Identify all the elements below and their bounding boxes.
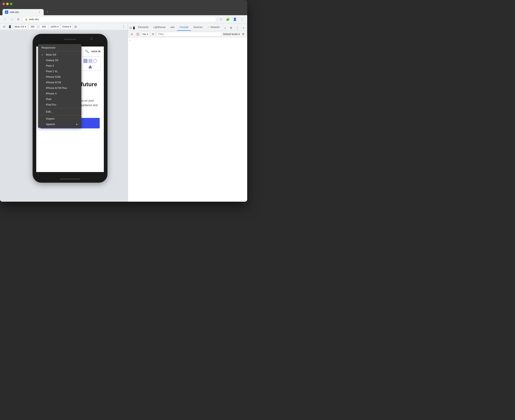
- back-button[interactable]: ←: [2, 17, 8, 22]
- menu-item-iphone-678-label: iPhone 6/7/8: [46, 81, 61, 84]
- device-toggle-button[interactable]: 📱: [8, 24, 12, 29]
- inspect-icon-button[interactable]: ⊡: [129, 25, 132, 31]
- network-warning-icon: ⚠: [208, 26, 210, 29]
- stop-recording-button[interactable]: ⊘: [130, 32, 134, 37]
- default-levels-selector[interactable]: Default levels ▾: [223, 33, 240, 36]
- menu-item-iphone-678plus[interactable]: iPhone 6/7/8 Plus: [38, 85, 81, 91]
- clear-console-button[interactable]: 🚫: [135, 32, 140, 37]
- devtools-toolbar: ⊡ 📱 Moto G4 ▾ × 100% ▾ Online ▾ ⊘ ⋮: [0, 23, 128, 30]
- network-throttle-selector[interactable]: Online ▾: [61, 24, 73, 29]
- width-input[interactable]: [28, 24, 37, 29]
- search-icon[interactable]: 🔍: [85, 49, 89, 53]
- address-actions: ☆ 🧩 👤 ⋮: [218, 16, 245, 22]
- console-settings-button[interactable]: ⚙: [241, 32, 246, 37]
- filter-input[interactable]: [157, 32, 222, 37]
- device-dropdown-menu: Responsive ✓ Moto G4 Galaxy S5 Pixel 2: [38, 44, 81, 128]
- menu-item-ipad-pro-label: iPad Pro: [46, 103, 56, 106]
- window-chrome: w web.dev × + ← → ↺ 🔒 web.dev ☆ 🧩 👤 ⋮ ⊡: [0, 0, 247, 202]
- devtools-settings-button[interactable]: ⚙: [228, 25, 234, 31]
- extension-button[interactable]: 🧩: [225, 16, 231, 22]
- devtools-close-button[interactable]: ×: [241, 25, 246, 31]
- tab-close-button[interactable]: ×: [38, 10, 41, 14]
- more-tabs-button[interactable]: »: [222, 25, 228, 31]
- zoom-selector[interactable]: 100% ▾: [49, 24, 60, 29]
- menu-item-galaxy-s5-label: Galaxy S5: [46, 59, 58, 62]
- menu-item-edit-label: Edit...: [46, 110, 53, 113]
- menu-item-ipad[interactable]: iPad: [38, 96, 81, 102]
- tab-title: web.dev: [10, 11, 19, 14]
- menu-item-edit[interactable]: Edit...: [38, 109, 81, 114]
- online-label: Online: [62, 25, 69, 28]
- dim-separator: ×: [38, 25, 39, 28]
- device-label: Moto G4: [15, 25, 24, 28]
- fullscreen-traffic-light[interactable]: [10, 3, 12, 5]
- menu-item-moto-g4-label: Moto G4: [46, 53, 56, 56]
- tab-console[interactable]: Console: [177, 24, 191, 31]
- devtools-panel: ⊡ 📱 Elements Lighthouse axe Console Sour…: [128, 23, 247, 202]
- tab-sources[interactable]: Sources: [191, 24, 205, 31]
- menu-item-inspect[interactable]: Inspect: [38, 116, 81, 121]
- toolbar-more-button[interactable]: ⋮: [121, 24, 126, 29]
- minimize-traffic-light[interactable]: [6, 3, 9, 5]
- more-options-button[interactable]: ⋮: [239, 16, 245, 22]
- tabs-more-area: » ⚙ ⋮ ×: [222, 25, 246, 31]
- context-selector[interactable]: top ▾: [141, 32, 150, 37]
- no-throttle-icon[interactable]: ⊘: [73, 24, 78, 29]
- context-label: top: [143, 33, 146, 36]
- devtools-more-button[interactable]: ⋮: [234, 25, 240, 31]
- illus-square-2: [88, 59, 92, 63]
- tab-axe[interactable]: axe: [168, 24, 177, 31]
- menu-item-responsive[interactable]: Responsive: [38, 45, 81, 50]
- menu-separator-inspect: [38, 115, 81, 115]
- console-area: ›: [128, 38, 247, 202]
- eye-icon-button[interactable]: 👁: [151, 32, 155, 37]
- menu-item-speech-label: Speech: [46, 123, 55, 126]
- menu-item-iphone-x-label: iPhone X: [46, 92, 57, 95]
- device-arrow-icon: ▾: [25, 25, 26, 28]
- phone-camera: [90, 38, 93, 40]
- tab-elements[interactable]: Elements: [136, 24, 151, 31]
- device-selector[interactable]: Moto G4 ▾: [13, 24, 28, 29]
- browser-tab[interactable]: w web.dev ×: [2, 9, 44, 15]
- menu-item-galaxy-s5[interactable]: Galaxy S5: [38, 57, 81, 63]
- main-content: ⊡ 📱 Moto G4 ▾ × 100% ▾ Online ▾ ⊘ ⋮: [0, 23, 247, 202]
- inspect-element-button[interactable]: ⊡: [2, 24, 7, 29]
- tab-network[interactable]: ⚠ Network: [205, 24, 222, 31]
- zoom-label: 100%: [50, 25, 57, 28]
- devtools-tabs: ⊡ 📱 Elements Lighthouse axe Console Sour…: [128, 23, 247, 31]
- menu-separator-top: [38, 51, 81, 51]
- console-chevron: ›: [130, 39, 131, 42]
- new-tab-button[interactable]: +: [45, 9, 50, 15]
- phone-container: Responsive ✓ Moto G4 Galaxy S5 Pixel 2: [0, 30, 128, 182]
- profile-button[interactable]: 👤: [232, 16, 238, 22]
- refresh-button[interactable]: ↺: [16, 17, 21, 22]
- height-input[interactable]: [40, 24, 48, 29]
- menu-item-pixel-2-label: Pixel 2: [46, 64, 54, 67]
- menu-item-speech[interactable]: Speech ►: [38, 121, 81, 127]
- url-text: web.dev: [29, 18, 39, 21]
- console-subtoolbar: ⊘ 🚫 top ▾ 👁 Default levels ▾ ⚙: [128, 31, 247, 38]
- signin-button[interactable]: SIGN IN: [92, 50, 100, 53]
- tab-favicon: w: [5, 10, 8, 14]
- tab-lighthouse[interactable]: Lighthouse: [151, 24, 168, 31]
- menu-item-responsive-label: Responsive: [41, 46, 55, 49]
- menu-item-pixel-2[interactable]: Pixel 2: [38, 63, 81, 68]
- phone-speaker: [64, 39, 76, 40]
- device-mode-icon-button[interactable]: 📱: [132, 25, 136, 31]
- menu-item-moto-g4[interactable]: ✓ Moto G4: [38, 52, 81, 57]
- forward-button[interactable]: →: [9, 17, 14, 22]
- url-bar[interactable]: 🔒 web.dev: [22, 16, 216, 22]
- menu-item-iphone-678[interactable]: iPhone 6/7/8: [38, 80, 81, 85]
- bookmark-button[interactable]: ☆: [218, 16, 224, 22]
- close-traffic-light[interactable]: [2, 3, 5, 5]
- traffic-lights: [2, 3, 12, 5]
- menu-item-pixel-2-xl[interactable]: Pixel 2 XL: [38, 68, 81, 74]
- menu-item-ipad-pro[interactable]: iPad Pro: [38, 102, 81, 107]
- speech-submenu-arrow: ►: [76, 123, 78, 125]
- menu-item-iphone-x[interactable]: iPhone X: [38, 91, 81, 96]
- address-bar: ← → ↺ 🔒 web.dev ☆ 🧩 👤 ⋮: [0, 15, 247, 23]
- menu-item-iphone-5se[interactable]: iPhone 5/SE: [38, 74, 81, 80]
- zoom-arrow-icon: ▾: [57, 25, 59, 28]
- menu-item-inspect-label: Inspect: [46, 117, 54, 120]
- menu-item-iphone-678plus-label: iPhone 6/7/8 Plus: [46, 86, 67, 90]
